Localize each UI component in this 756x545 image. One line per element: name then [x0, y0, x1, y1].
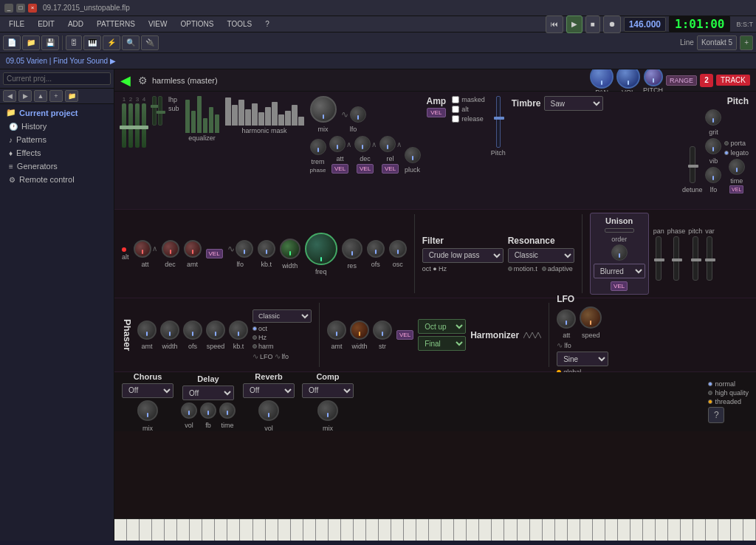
sidebar-item-history[interactable]: 🕐 History [3, 120, 111, 133]
harm-width-knob[interactable] [350, 321, 369, 340]
dec-knob[interactable] [354, 136, 371, 152]
eq-bar-2[interactable] [191, 111, 196, 133]
filter-lfo-knob[interactable] [236, 240, 253, 258]
filter-freq-knob[interactable] [305, 233, 337, 265]
sidebar-item-effects[interactable]: ♦ Effects [3, 146, 111, 160]
sidebar-item-generators[interactable]: ≡ Generators [3, 160, 111, 173]
white-key[interactable] [202, 519, 215, 541]
white-key[interactable] [114, 519, 127, 541]
filter-type-dropdown[interactable]: Crude low pass [422, 248, 504, 263]
sidebar-new-button[interactable]: + [49, 90, 63, 102]
masked-input[interactable] [452, 96, 459, 103]
motion-t-radio[interactable]: motion.t [508, 265, 537, 272]
eq-bar-4[interactable] [203, 118, 207, 133]
white-key[interactable] [543, 519, 555, 541]
sidebar-up-button[interactable]: ▲ [34, 90, 47, 102]
delay-vol-knob[interactable] [181, 402, 197, 419]
delay-time-knob[interactable] [219, 402, 236, 419]
white-key[interactable] [165, 519, 177, 541]
browser-button[interactable]: 🔍 [122, 35, 140, 50]
mixer-button[interactable]: 🎛 [66, 35, 82, 50]
range-button[interactable]: RANGE [666, 75, 697, 86]
unison-toggle[interactable] [605, 228, 634, 233]
white-key[interactable] [278, 519, 291, 541]
reverb-vol-knob[interactable] [258, 400, 279, 421]
white-key[interactable] [303, 519, 316, 541]
phaser-amt-knob[interactable] [137, 321, 157, 340]
lfo-att-knob[interactable] [557, 309, 576, 329]
white-key[interactable] [555, 519, 568, 541]
white-key[interactable] [504, 519, 517, 541]
pitch-fader[interactable] [693, 236, 698, 281]
menu-help[interactable]: ? [259, 18, 275, 30]
filter-kbt-knob[interactable] [258, 240, 275, 258]
resonance-type-dropdown[interactable]: Classic [508, 248, 574, 263]
sidebar-project[interactable]: 📁 Current project [3, 106, 111, 120]
chorus-dropdown[interactable]: Off [122, 383, 173, 398]
white-key[interactable] [127, 519, 140, 541]
adaptive-radio[interactable]: adaptive [542, 265, 573, 272]
white-key[interactable] [605, 519, 618, 541]
bpm-display[interactable]: 146.000 [624, 17, 666, 32]
chorus-mix-knob[interactable] [137, 400, 158, 421]
open-button[interactable]: 📁 [22, 35, 40, 50]
alt-checkbox[interactable]: alt [452, 106, 485, 113]
white-key[interactable] [630, 519, 643, 541]
white-key[interactable] [681, 519, 693, 541]
harm-bar-12[interactable] [298, 117, 304, 126]
filter-amt-knob[interactable] [184, 240, 202, 258]
white-key[interactable] [152, 519, 165, 541]
phaser-hz-radio[interactable]: Hz [252, 334, 312, 341]
menu-view[interactable]: VIEW [142, 18, 173, 30]
stop-button[interactable]: ■ [585, 16, 600, 33]
step-seq-button[interactable]: ⚡ [103, 35, 120, 50]
timbre-dropdown[interactable]: Saw [544, 96, 603, 111]
lfo-speed-knob[interactable] [580, 306, 602, 329]
white-key[interactable] [731, 519, 743, 541]
menu-tools[interactable]: TOOLS [221, 18, 258, 30]
filter-res-knob[interactable] [342, 239, 362, 259]
var-fader[interactable] [707, 236, 712, 281]
harm-bar-4[interactable] [245, 109, 251, 126]
white-key[interactable] [454, 519, 467, 541]
eq-bar-3[interactable] [197, 96, 202, 133]
new-button[interactable]: 📄 [3, 35, 21, 50]
vel-button-att[interactable]: VEL [331, 164, 348, 174]
white-key[interactable] [227, 519, 240, 541]
vib-knob[interactable] [705, 138, 721, 154]
white-key[interactable] [568, 519, 580, 541]
white-key[interactable] [291, 519, 303, 541]
phaser-ofs-knob[interactable] [183, 321, 202, 340]
eq-bar-5[interactable] [209, 107, 213, 133]
harm-bar-5[interactable] [252, 103, 258, 126]
white-key[interactable] [593, 519, 605, 541]
white-key[interactable] [354, 519, 366, 541]
white-key[interactable] [329, 519, 341, 541]
sidebar-item-patterns[interactable]: ♪ Patterns [3, 133, 111, 146]
white-key[interactable] [215, 519, 227, 541]
harm-bar-1[interactable] [225, 97, 231, 126]
detune-slider[interactable] [690, 146, 695, 183]
phaser-harm-radio[interactable]: harm [252, 343, 312, 350]
window-controls[interactable]: _ □ × [4, 4, 37, 13]
record-button[interactable]: ⏺ [603, 16, 621, 33]
menu-options[interactable]: OPTIONS [174, 18, 219, 30]
white-key[interactable] [668, 519, 681, 541]
harm-bar-2[interactable] [232, 105, 238, 126]
ch4-fader[interactable] [142, 103, 146, 148]
white-key[interactable] [379, 519, 391, 541]
final-dropdown[interactable]: Final [418, 336, 466, 351]
white-key[interactable] [266, 519, 278, 541]
sidebar-back-button[interactable]: ◀ [3, 90, 16, 102]
comp-mix-knob[interactable] [317, 400, 338, 421]
white-key[interactable] [429, 519, 441, 541]
vel-button-amp[interactable]: VEL [427, 108, 447, 117]
delay-fb-knob[interactable] [200, 402, 216, 419]
white-key[interactable] [706, 519, 718, 541]
filter-dec-knob[interactable] [162, 240, 179, 258]
white-key[interactable] [391, 519, 404, 541]
filter-ofs-knob[interactable] [367, 240, 385, 258]
reverb-dropdown[interactable]: Off [243, 383, 295, 398]
phase-fader[interactable] [673, 236, 679, 281]
phaser-width-knob[interactable] [160, 321, 179, 340]
